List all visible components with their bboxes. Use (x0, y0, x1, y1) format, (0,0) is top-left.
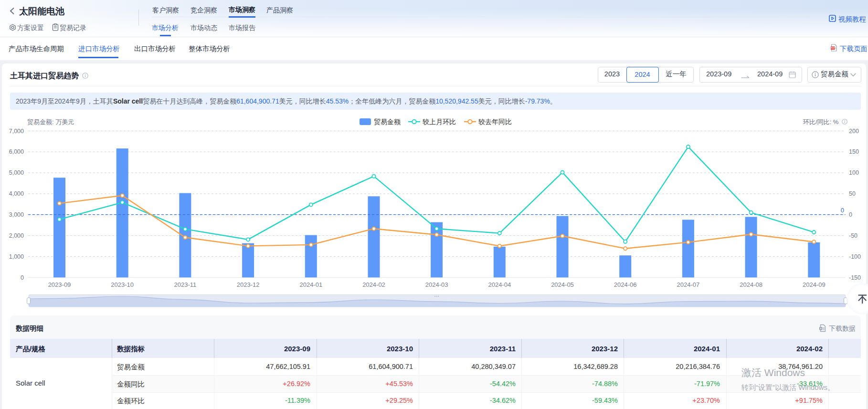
svg-text:2023-11: 2023-11 (174, 281, 197, 288)
svg-text:2023-12: 2023-12 (237, 281, 260, 288)
svg-text:2023-10: 2023-10 (111, 281, 134, 288)
svg-text:-150: -150 (849, 274, 861, 281)
svg-text:2024-07: 2024-07 (677, 281, 700, 288)
svg-text:0: 0 (849, 211, 852, 218)
svg-text:6,000: 6,000 (9, 148, 24, 155)
svg-text:200: 200 (849, 128, 859, 135)
svg-text:100: 100 (849, 169, 859, 176)
svg-text:2024-04: 2024-04 (488, 281, 511, 288)
svg-text:7,000: 7,000 (9, 128, 24, 135)
svg-text:2024-01: 2024-01 (299, 281, 322, 288)
svg-text:2024-09: 2024-09 (803, 281, 826, 288)
svg-text:50: 50 (849, 190, 856, 197)
svg-text:0: 0 (841, 207, 844, 214)
svg-text:4,000: 4,000 (9, 190, 24, 197)
svg-text:2024-02: 2024-02 (362, 281, 385, 288)
svg-text:150: 150 (849, 148, 859, 155)
svg-text:3,000: 3,000 (9, 211, 24, 218)
svg-text:1,000: 1,000 (9, 253, 24, 260)
svg-text:2023-09: 2023-09 (48, 281, 71, 288)
svg-text:-50: -50 (849, 232, 857, 239)
svg-text:2024-06: 2024-06 (614, 281, 637, 288)
svg-text:-100: -100 (849, 253, 861, 260)
svg-text:0: 0 (21, 274, 24, 281)
svg-text:2,000: 2,000 (9, 232, 24, 239)
svg-text:5,000: 5,000 (9, 169, 24, 176)
svg-text:2024-08: 2024-08 (740, 281, 762, 288)
svg-text:2024-03: 2024-03 (425, 281, 448, 288)
svg-text:2024-05: 2024-05 (551, 281, 574, 288)
